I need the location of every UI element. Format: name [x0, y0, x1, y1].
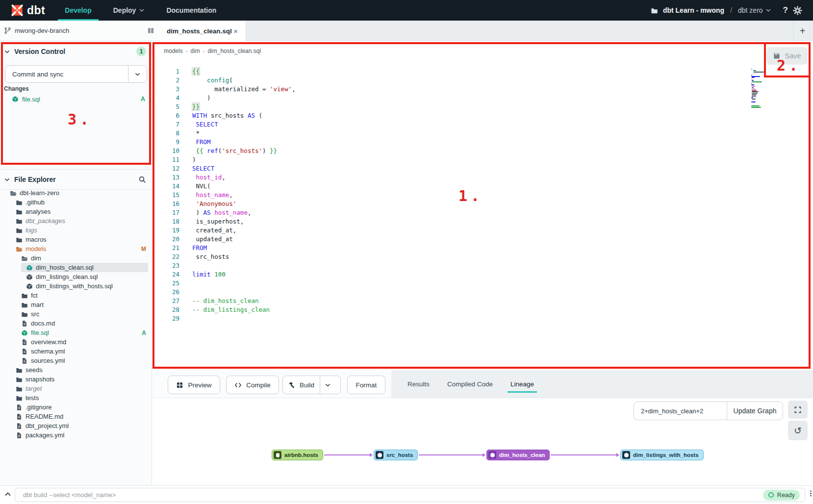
tree-item-label: fct — [31, 292, 38, 299]
changes-label: Changes — [4, 85, 29, 92]
search-icon[interactable] — [138, 176, 146, 183]
file-explorer-header[interactable]: File Explorer — [0, 169, 152, 190]
line-number: 19 — [152, 227, 179, 234]
branch-bar: mwong-dev-branch — [0, 21, 160, 41]
preview-button[interactable]: Preview — [168, 376, 220, 394]
tree-file-packages.yml[interactable]: packages.yml — [0, 430, 152, 440]
docs-book-icon[interactable] — [147, 27, 154, 34]
breadcrumb-separator: / — [729, 6, 733, 14]
tree-folder-src[interactable]: src — [0, 309, 152, 319]
build-button[interactable]: Build — [282, 376, 341, 394]
tree-folder-dbt-learn-zero[interactable]: dbt-learn-zero — [0, 188, 152, 198]
line-number: 16 — [152, 200, 179, 207]
tree-file-dim_listings_with_hosts.sql[interactable]: dim_listings_with_hosts.sql — [0, 281, 152, 291]
tree-folder-target[interactable]: target — [0, 384, 152, 393]
tree-item-label: target — [25, 385, 42, 392]
lineage-node-dim_hosts_clean[interactable]: dim_hosts_clean — [486, 450, 550, 460]
tree-folder-models[interactable]: modelsM — [0, 244, 152, 253]
tree-file-README.md[interactable]: README.md — [0, 412, 152, 421]
breadcrumb-item[interactable]: dim_hosts_clean.sql — [207, 48, 261, 54]
version-control-header[interactable]: Version Control 1 — [0, 41, 152, 62]
tree-item-label: src — [31, 310, 39, 318]
tree-file-sources.yml[interactable]: sources.yml — [0, 356, 152, 365]
tab-lineage[interactable]: Lineage — [509, 371, 535, 397]
command-bar: dbt build --select <model_name> Ready — [0, 485, 813, 504]
line-number: 4 — [152, 94, 179, 101]
model-cube-icon — [26, 283, 33, 290]
line-number: 9 — [152, 138, 179, 146]
editor-tab-label: dim_hosts_clean.sql — [167, 27, 232, 35]
tree-file-docs.md[interactable]: docs.md — [0, 319, 152, 328]
folder-open-icon — [16, 246, 23, 252]
changed-file-status-badge: A — [141, 96, 145, 102]
code-editor[interactable]: models›dim›dim_hosts_clean.sql Save 1{{2… — [152, 41, 813, 370]
lineage-graph[interactable]: airbnb.hostssrc_hostsdim_hosts_cleandim_… — [152, 398, 813, 485]
menu-item-documentation[interactable]: Documentation — [155, 0, 227, 21]
format-button[interactable]: Format — [347, 376, 385, 394]
lineage-edge — [419, 454, 485, 455]
tree-file-dim_listings_clean.sql[interactable]: dim_listings_clean.sql — [0, 272, 152, 281]
tab-compiled-code[interactable]: Compiled Code — [446, 371, 494, 397]
lineage-node-src_hosts[interactable]: src_hosts — [374, 450, 418, 460]
help-button[interactable]: ? — [783, 5, 788, 15]
save-button[interactable]: Save — [766, 47, 808, 65]
tree-folder-tests[interactable]: tests — [0, 393, 152, 403]
new-tab-button[interactable]: + — [793, 21, 811, 41]
folder-open-icon — [10, 190, 17, 197]
tree-folder-dim[interactable]: dim — [0, 253, 152, 263]
tree-folder-analyses[interactable]: analyses — [0, 207, 152, 216]
chevron-right-icon: › — [186, 48, 188, 54]
editor-tab[interactable]: dim_hosts_clean.sql × — [160, 21, 246, 41]
dbt-logo[interactable]: dbt — [0, 4, 54, 17]
folder-icon — [16, 385, 23, 392]
tree-item-label: mart — [31, 301, 44, 308]
commit-options-dropdown[interactable] — [128, 66, 147, 82]
tree-folder-dbt_packages[interactable]: dbt_packages — [0, 216, 152, 226]
tree-file-overview.md[interactable]: overview.md — [0, 337, 152, 347]
lineage-node-dim_listings_with_hosts[interactable]: dim_listings_with_hosts — [620, 450, 704, 460]
sidebar: Version Control 1 Commit and sync Change… — [0, 41, 152, 485]
branch-name[interactable]: mwong-dev-branch — [15, 27, 69, 34]
code-area[interactable]: 1{{2 config(3 materialized = 'view',4 )5… — [152, 68, 750, 324]
project-name[interactable]: dbt Learn - mwong — [663, 6, 724, 14]
model-cube-icon — [12, 96, 19, 102]
line-number: 22 — [152, 253, 179, 260]
build-options-dropdown[interactable] — [320, 376, 335, 394]
button-label: Compile — [246, 381, 271, 389]
hammer-icon — [288, 381, 295, 389]
tree-folder-macros[interactable]: macros — [0, 235, 152, 244]
line-number: 20 — [152, 235, 179, 243]
kebab-menu-icon[interactable] — [807, 490, 813, 497]
tree-file-file.sql[interactable]: file.sqlA — [0, 328, 152, 337]
tree-folder-logs[interactable]: logs — [0, 226, 152, 235]
breadcrumb-item[interactable]: dim — [190, 48, 200, 54]
tree-file-schema.yml[interactable]: schema.yml — [0, 347, 152, 356]
gear-icon[interactable] — [793, 6, 802, 15]
tree-folder-seeds[interactable]: seeds — [0, 365, 152, 375]
line-number: 25 — [152, 279, 179, 287]
command-input[interactable]: dbt build --select <model_name> Ready — [15, 488, 805, 502]
menu-item-develop[interactable]: Develop — [54, 0, 102, 21]
tree-file-dim_hosts_clean.sql[interactable]: dim_hosts_clean.sql — [21, 263, 148, 272]
lineage-node-airbnb.hosts[interactable]: airbnb.hosts — [272, 450, 323, 460]
commit-and-sync-button[interactable]: Commit and sync — [5, 65, 147, 83]
menu-item-deploy[interactable]: Deploy — [102, 0, 156, 21]
tab-results[interactable]: Results — [406, 371, 431, 397]
breadcrumb-item[interactable]: models — [164, 48, 183, 54]
environment-select[interactable]: dbt zero — [738, 6, 771, 14]
tree-folder-fct[interactable]: fct — [0, 291, 152, 300]
close-tab-icon[interactable]: × — [232, 27, 239, 35]
tree-folder-.github[interactable]: .github — [0, 198, 152, 207]
tree-file-.gitignore[interactable]: .gitignore — [0, 403, 152, 412]
tree-folder-mart[interactable]: mart — [0, 300, 152, 309]
changed-file-row[interactable]: file.sql A — [0, 94, 152, 104]
compile-button[interactable]: Compile — [226, 376, 279, 394]
tree-folder-snapshots[interactable]: snapshots — [0, 375, 152, 384]
tree-file-dbt_project.yml[interactable]: dbt_project.yml — [0, 421, 152, 430]
tree-item-label: seeds — [25, 366, 43, 374]
tree-item-label: macros — [25, 236, 47, 243]
chevron-up-icon[interactable] — [4, 490, 12, 498]
save-floppy-icon — [773, 52, 781, 60]
line-number: 11 — [152, 156, 179, 163]
tree-item-label: dim — [31, 254, 41, 262]
